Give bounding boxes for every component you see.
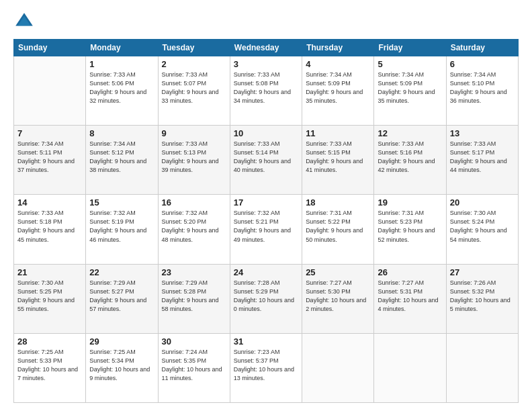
day-number: 16: [162, 197, 226, 208]
day-number: 14: [17, 197, 82, 208]
day-number: 12: [378, 128, 442, 138]
day-number: 1: [89, 59, 154, 69]
calendar-cell: 3Sunrise: 7:33 AMSunset: 5:08 PMDaylight…: [230, 56, 302, 126]
calendar-cell: 9Sunrise: 7:33 AMSunset: 5:13 PMDaylight…: [158, 126, 230, 195]
calendar-cell: 4Sunrise: 7:34 AMSunset: 5:09 PMDaylight…: [302, 56, 374, 126]
calendar-cell: 12Sunrise: 7:33 AMSunset: 5:16 PMDayligh…: [374, 126, 446, 195]
day-info: Sunrise: 7:29 AMSunset: 5:27 PMDaylight:…: [89, 279, 154, 314]
day-number: 31: [234, 336, 298, 347]
calendar-cell: 2Sunrise: 7:33 AMSunset: 5:07 PMDaylight…: [158, 56, 230, 126]
calendar-cell: 29Sunrise: 7:25 AMSunset: 5:34 PMDayligh…: [86, 333, 158, 402]
day-info: Sunrise: 7:30 AMSunset: 5:25 PMDaylight:…: [17, 279, 82, 314]
calendar-cell: 31Sunrise: 7:23 AMSunset: 5:37 PMDayligh…: [230, 333, 302, 402]
calendar-cell: 14Sunrise: 7:33 AMSunset: 5:18 PMDayligh…: [14, 195, 86, 264]
day-number: 27: [450, 267, 515, 277]
calendar-cell: [374, 333, 446, 402]
calendar-cell: 7Sunrise: 7:34 AMSunset: 5:11 PMDaylight…: [14, 126, 86, 195]
day-info: Sunrise: 7:32 AMSunset: 5:19 PMDaylight:…: [89, 209, 154, 244]
calendar-header-saturday: Saturday: [446, 40, 518, 56]
calendar-header-sunday: Sunday: [14, 40, 86, 56]
calendar-cell: 5Sunrise: 7:34 AMSunset: 5:09 PMDaylight…: [374, 56, 446, 126]
calendar-cell: 28Sunrise: 7:25 AMSunset: 5:33 PMDayligh…: [14, 333, 86, 402]
day-number: 21: [17, 267, 82, 277]
logo: [13, 11, 38, 32]
calendar-cell: 19Sunrise: 7:31 AMSunset: 5:23 PMDayligh…: [374, 195, 446, 264]
day-info: Sunrise: 7:27 AMSunset: 5:30 PMDaylight:…: [306, 279, 370, 314]
day-info: Sunrise: 7:24 AMSunset: 5:35 PMDaylight:…: [162, 348, 226, 383]
day-number: 15: [89, 197, 154, 208]
calendar-cell: 10Sunrise: 7:33 AMSunset: 5:14 PMDayligh…: [230, 126, 302, 195]
calendar-header-tuesday: Tuesday: [158, 40, 230, 56]
calendar-header-monday: Monday: [86, 40, 158, 56]
calendar-cell: 6Sunrise: 7:34 AMSunset: 5:10 PMDaylight…: [446, 56, 518, 126]
calendar-cell: 23Sunrise: 7:29 AMSunset: 5:28 PMDayligh…: [158, 264, 230, 333]
day-number: 19: [378, 197, 442, 208]
day-number: 3: [234, 59, 298, 69]
day-info: Sunrise: 7:33 AMSunset: 5:13 PMDaylight:…: [162, 140, 226, 175]
day-number: 30: [162, 336, 226, 347]
day-number: 4: [306, 59, 370, 69]
day-info: Sunrise: 7:29 AMSunset: 5:28 PMDaylight:…: [162, 279, 226, 314]
day-number: 29: [89, 336, 154, 347]
calendar-header-row: SundayMondayTuesdayWednesdayThursdayFrid…: [14, 40, 519, 56]
day-number: 28: [17, 336, 82, 347]
day-info: Sunrise: 7:33 AMSunset: 5:16 PMDaylight:…: [378, 140, 442, 175]
day-number: 18: [306, 197, 370, 208]
calendar-week-row: 14Sunrise: 7:33 AMSunset: 5:18 PMDayligh…: [14, 195, 519, 264]
day-number: 2: [162, 59, 226, 69]
calendar-cell: 26Sunrise: 7:27 AMSunset: 5:31 PMDayligh…: [374, 264, 446, 333]
day-info: Sunrise: 7:33 AMSunset: 5:15 PMDaylight:…: [306, 140, 370, 175]
day-info: Sunrise: 7:32 AMSunset: 5:21 PMDaylight:…: [234, 209, 298, 244]
day-number: 20: [450, 197, 515, 208]
day-info: Sunrise: 7:34 AMSunset: 5:09 PMDaylight:…: [378, 71, 442, 105]
calendar-cell: 22Sunrise: 7:29 AMSunset: 5:27 PMDayligh…: [86, 264, 158, 333]
day-number: 25: [306, 267, 370, 277]
calendar-header-wednesday: Wednesday: [230, 40, 302, 56]
day-info: Sunrise: 7:34 AMSunset: 5:12 PMDaylight:…: [89, 140, 154, 175]
day-info: Sunrise: 7:33 AMSunset: 5:08 PMDaylight:…: [234, 71, 298, 105]
calendar-header-friday: Friday: [374, 40, 446, 56]
day-info: Sunrise: 7:26 AMSunset: 5:32 PMDaylight:…: [450, 279, 515, 314]
day-info: Sunrise: 7:33 AMSunset: 5:17 PMDaylight:…: [450, 140, 515, 175]
calendar-cell: 8Sunrise: 7:34 AMSunset: 5:12 PMDaylight…: [86, 126, 158, 195]
calendar-week-row: 7Sunrise: 7:34 AMSunset: 5:11 PMDaylight…: [14, 126, 519, 195]
day-info: Sunrise: 7:33 AMSunset: 5:07 PMDaylight:…: [162, 71, 226, 105]
day-info: Sunrise: 7:32 AMSunset: 5:20 PMDaylight:…: [162, 209, 226, 244]
calendar-week-row: 28Sunrise: 7:25 AMSunset: 5:33 PMDayligh…: [14, 333, 519, 402]
calendar-cell: [14, 56, 86, 126]
day-number: 17: [234, 197, 298, 208]
day-number: 7: [17, 128, 82, 138]
calendar-week-row: 1Sunrise: 7:33 AMSunset: 5:06 PMDaylight…: [14, 56, 519, 126]
calendar: SundayMondayTuesdayWednesdayThursdayFrid…: [13, 39, 519, 403]
day-number: 11: [306, 128, 370, 138]
day-info: Sunrise: 7:34 AMSunset: 5:11 PMDaylight:…: [17, 140, 82, 175]
day-info: Sunrise: 7:25 AMSunset: 5:34 PMDaylight:…: [89, 348, 154, 383]
day-info: Sunrise: 7:28 AMSunset: 5:29 PMDaylight:…: [234, 279, 298, 314]
calendar-cell: 11Sunrise: 7:33 AMSunset: 5:15 PMDayligh…: [302, 126, 374, 195]
day-number: 23: [162, 267, 226, 277]
day-info: Sunrise: 7:33 AMSunset: 5:06 PMDaylight:…: [89, 71, 154, 105]
calendar-cell: 30Sunrise: 7:24 AMSunset: 5:35 PMDayligh…: [158, 333, 230, 402]
calendar-cell: 21Sunrise: 7:30 AMSunset: 5:25 PMDayligh…: [14, 264, 86, 333]
calendar-cell: 18Sunrise: 7:31 AMSunset: 5:22 PMDayligh…: [302, 195, 374, 264]
page: SundayMondayTuesdayWednesdayThursdayFrid…: [0, 0, 532, 411]
calendar-week-row: 21Sunrise: 7:30 AMSunset: 5:25 PMDayligh…: [14, 264, 519, 333]
calendar-cell: 25Sunrise: 7:27 AMSunset: 5:30 PMDayligh…: [302, 264, 374, 333]
day-number: 5: [378, 59, 442, 69]
calendar-cell: [302, 333, 374, 402]
day-info: Sunrise: 7:30 AMSunset: 5:24 PMDaylight:…: [450, 209, 515, 244]
day-info: Sunrise: 7:23 AMSunset: 5:37 PMDaylight:…: [234, 348, 298, 383]
calendar-cell: [446, 333, 518, 402]
day-info: Sunrise: 7:33 AMSunset: 5:14 PMDaylight:…: [234, 140, 298, 175]
day-number: 10: [234, 128, 298, 138]
day-info: Sunrise: 7:31 AMSunset: 5:23 PMDaylight:…: [378, 209, 442, 244]
calendar-header-thursday: Thursday: [302, 40, 374, 56]
calendar-cell: 16Sunrise: 7:32 AMSunset: 5:20 PMDayligh…: [158, 195, 230, 264]
day-info: Sunrise: 7:31 AMSunset: 5:22 PMDaylight:…: [306, 209, 370, 244]
day-number: 6: [450, 59, 515, 69]
calendar-cell: 20Sunrise: 7:30 AMSunset: 5:24 PMDayligh…: [446, 195, 518, 264]
day-info: Sunrise: 7:25 AMSunset: 5:33 PMDaylight:…: [17, 348, 82, 383]
day-info: Sunrise: 7:34 AMSunset: 5:10 PMDaylight:…: [450, 71, 515, 105]
header: [13, 11, 519, 32]
day-number: 8: [89, 128, 154, 138]
